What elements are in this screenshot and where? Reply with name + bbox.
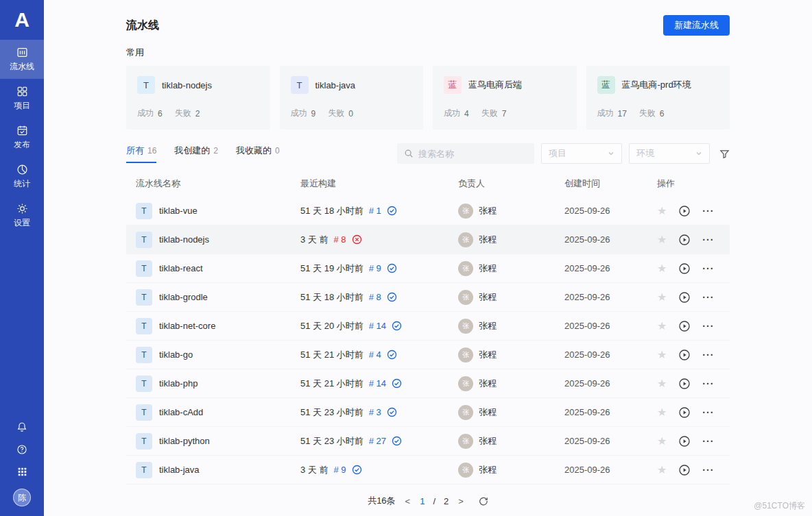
build-number-link[interactable]: # 3 [369, 407, 381, 417]
build-number-link[interactable]: # 4 [369, 349, 381, 360]
favorite-star-icon[interactable]: ★ [657, 465, 667, 476]
owner-avatar: 张 [458, 290, 473, 305]
more-actions-icon[interactable]: ··· [702, 465, 714, 475]
pipeline-name-link[interactable]: tiklab-python [159, 436, 210, 446]
favorite-pipeline-card[interactable]: 蓝 蓝鸟电商后端 成功 4 失败 7 [433, 66, 577, 130]
favorite-star-icon[interactable]: ★ [657, 321, 667, 332]
run-pipeline-icon[interactable] [678, 262, 691, 275]
pipeline-name-link[interactable]: tiklab-vue [159, 206, 198, 216]
sidebar-item-stats[interactable]: 统计 [0, 157, 44, 196]
favorite-pipeline-card[interactable]: T tiklab-java 成功 9 失败 0 [280, 66, 424, 130]
table-row[interactable]: T tiklab-vue 51 天 18 小时前 # 1 张 张程 2025-0… [126, 197, 730, 225]
favorite-star-icon[interactable]: ★ [657, 407, 667, 418]
table-row[interactable]: T tiklab-php 51 天 21 小时前 # 14 张 张程 2025-… [126, 369, 730, 398]
help-icon[interactable] [16, 444, 27, 455]
owner-avatar: 张 [458, 376, 473, 391]
run-pipeline-icon[interactable] [678, 378, 691, 390]
filter-icon[interactable] [719, 149, 730, 159]
table-row[interactable]: T tiklab-cAdd 51 天 23 小时前 # 3 张 张程 2025-… [126, 398, 730, 427]
build-number-link[interactable]: # 9 [369, 263, 381, 273]
project-select[interactable]: 项目 [541, 143, 622, 164]
table-row[interactable]: T tiklab-python 51 天 23 小时前 # 27 张 张程 20… [126, 427, 730, 456]
owner-name: 张程 [479, 291, 497, 304]
run-pipeline-icon[interactable] [678, 320, 691, 332]
build-number-link[interactable]: # 14 [369, 321, 386, 331]
env-select[interactable]: 环境 [629, 143, 710, 164]
build-number-link[interactable]: # 9 [333, 465, 346, 475]
refresh-icon[interactable] [479, 496, 488, 506]
last-build-time: 3 天 前 [300, 464, 328, 476]
favorite-star-icon[interactable]: ★ [657, 263, 667, 274]
build-number-link[interactable]: # 14 [369, 378, 386, 389]
pipeline-name-link[interactable]: tiklab-php [159, 378, 198, 389]
pipeline-name-link[interactable]: tiklab-java [159, 465, 200, 475]
pipeline-name-link[interactable]: tiklab-react [159, 263, 203, 273]
build-number-link[interactable]: # 27 [369, 436, 386, 446]
bell-icon[interactable] [16, 421, 27, 432]
build-number-link[interactable]: # 8 [369, 292, 381, 302]
favorite-star-icon[interactable]: ★ [657, 292, 667, 303]
app-logo[interactable]: A [0, 0, 44, 40]
more-actions-icon[interactable]: ··· [702, 206, 714, 216]
more-actions-icon[interactable]: ··· [702, 379, 714, 389]
favorite-pipeline-card[interactable]: T tiklab-nodejs 成功 6 失败 2 [126, 66, 270, 130]
more-actions-icon[interactable]: ··· [702, 235, 714, 245]
table-row[interactable]: T tiklab-net-core 51 天 20 小时前 # 14 张 张程 … [126, 312, 730, 341]
tab-我收藏的[interactable]: 我收藏的 0 [236, 145, 280, 163]
sidebar-item-project[interactable]: 项目 [0, 79, 44, 118]
table-row[interactable]: T tiklab-go 51 天 21 小时前 # 4 张 张程 2025-09… [126, 341, 730, 369]
favorite-star-icon[interactable]: ★ [657, 378, 667, 389]
last-build-time: 51 天 18 小时前 [300, 205, 363, 217]
favorite-pipeline-card[interactable]: 蓝 蓝鸟电商-prd环境 成功 17 失败 6 [586, 66, 730, 130]
column-header: 创建时间 [564, 177, 657, 190]
pipeline-table: 流水线名称最近构建负责人创建时间操作 T tiklab-vue 51 天 18 … [126, 171, 730, 484]
favorite-star-icon[interactable]: ★ [657, 436, 667, 447]
build-number-link[interactable]: # 1 [369, 206, 381, 216]
table-row[interactable]: T tiklab-java 3 天 前 # 9 张 张程 2025-09-26 … [126, 456, 730, 484]
pipeline-name-link[interactable]: tiklab-grodle [159, 292, 208, 302]
build-number-link[interactable]: # 8 [333, 234, 346, 245]
run-pipeline-icon[interactable] [678, 435, 691, 447]
more-actions-icon[interactable]: ··· [702, 408, 714, 417]
run-pipeline-icon[interactable] [678, 205, 691, 217]
favorite-star-icon[interactable]: ★ [657, 349, 667, 360]
sidebar-item-release[interactable]: 发布 [0, 118, 44, 157]
build-success-icon [387, 292, 397, 302]
tab-我创建的[interactable]: 我创建的 2 [174, 145, 218, 163]
new-pipeline-button[interactable]: 新建流水线 [663, 15, 730, 36]
pipeline-name-link[interactable]: tiklab-cAdd [159, 407, 203, 417]
tab-所有[interactable]: 所有 16 [126, 145, 156, 163]
success-label: 成功 [444, 108, 460, 119]
run-pipeline-icon[interactable] [678, 291, 691, 304]
run-pipeline-icon[interactable] [678, 234, 691, 246]
more-actions-icon[interactable]: ··· [702, 293, 714, 302]
prev-page-button[interactable]: < [404, 496, 412, 506]
pipeline-initial-icon: T [136, 433, 152, 450]
created-date: 2025-09-26 [564, 407, 657, 417]
sidebar-item-pipeline[interactable]: 流水线 [0, 40, 44, 79]
pipeline-name-link[interactable]: tiklab-net-core [159, 321, 215, 331]
sidebar-item-settings[interactable]: 设置 [0, 196, 44, 235]
more-actions-icon[interactable]: ··· [702, 264, 714, 273]
table-row[interactable]: T tiklab-grodle 51 天 18 小时前 # 8 张 张程 202… [126, 283, 730, 312]
more-actions-icon[interactable]: ··· [702, 321, 714, 331]
favorite-star-icon[interactable]: ★ [657, 234, 667, 245]
run-pipeline-icon[interactable] [678, 464, 691, 476]
more-actions-icon[interactable]: ··· [702, 437, 714, 446]
pipeline-name-link[interactable]: tiklab-go [159, 349, 193, 360]
more-actions-icon[interactable]: ··· [702, 350, 714, 360]
fail-count: 0 [348, 109, 353, 119]
search-input[interactable] [418, 149, 527, 159]
pipeline-name-link[interactable]: tiklab-nodejs [159, 234, 209, 245]
run-pipeline-icon[interactable] [678, 349, 691, 361]
favorite-star-icon[interactable]: ★ [657, 206, 667, 217]
apps-grid-icon[interactable] [17, 467, 27, 477]
app-logo-letter: A [14, 8, 29, 32]
sidebar-item-label: 项目 [14, 100, 30, 112]
run-pipeline-icon[interactable] [678, 406, 691, 419]
search-box[interactable] [397, 143, 534, 164]
user-avatar[interactable]: 陈 [13, 489, 31, 506]
next-page-button[interactable]: > [457, 496, 465, 506]
table-row[interactable]: T tiklab-nodejs 3 天 前 # 8 张 张程 2025-09-2… [126, 225, 730, 254]
table-row[interactable]: T tiklab-react 51 天 19 小时前 # 9 张 张程 2025… [126, 254, 730, 283]
